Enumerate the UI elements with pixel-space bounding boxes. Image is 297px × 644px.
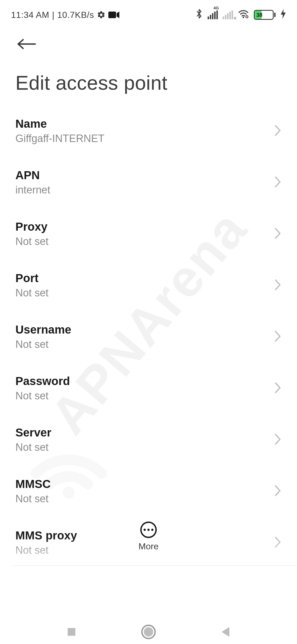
svg-rect-6: [68, 628, 75, 636]
status-speed: 10.7KB/s: [57, 10, 94, 20]
row-apn[interactable]: APN internet: [0, 157, 297, 208]
chevron-right-icon: [274, 227, 282, 241]
bottom-divider: [13, 565, 297, 566]
chevron-right-icon: [274, 330, 282, 343]
row-value: Not set: [15, 287, 48, 299]
row-value: Not set: [15, 441, 51, 453]
chevron-right-icon: [274, 433, 282, 446]
status-bar: 11:34 AM | 10.7KB/s 4G ✕ 38: [0, 0, 297, 25]
row-label: Username: [15, 323, 71, 336]
network-type-label: 4G: [213, 6, 219, 10]
row-value: Not set: [15, 493, 51, 505]
svg-rect-1: [108, 12, 116, 18]
more-button[interactable]: More: [139, 522, 159, 552]
chevron-right-icon: [274, 485, 282, 498]
row-port[interactable]: Port Not set: [0, 260, 297, 311]
wifi-icon: [238, 9, 249, 20]
nav-recent-button[interactable]: [61, 621, 82, 643]
chevron-right-icon: [274, 279, 282, 292]
row-value: Not set: [15, 339, 71, 350]
status-time: 11:34 AM: [11, 10, 49, 20]
svg-point-2: [243, 17, 244, 18]
row-mmsc[interactable]: MMSC Not set: [0, 465, 297, 517]
row-value: internet: [15, 184, 50, 196]
header: [0, 25, 297, 58]
bottom-action-bar: More: [0, 522, 297, 560]
page-title: Edit access point: [0, 58, 297, 102]
row-username[interactable]: Username Not set: [0, 311, 297, 362]
settings-list: Name Giffgaff-INTERNET APN internet Prox…: [0, 102, 297, 571]
status-left: 11:34 AM | 10.7KB/s: [11, 10, 119, 20]
row-value: Not set: [15, 236, 48, 247]
nav-back-button[interactable]: [215, 621, 237, 643]
nav-home-button[interactable]: [138, 621, 160, 643]
row-label: Port: [15, 272, 48, 285]
row-value: Not set: [15, 390, 70, 402]
row-name[interactable]: Name Giffgaff-INTERNET: [0, 105, 297, 157]
back-button[interactable]: [15, 33, 37, 55]
row-label: Password: [15, 375, 70, 388]
row-password[interactable]: Password Not set: [0, 362, 297, 414]
status-separator: |: [52, 10, 54, 20]
row-value: Giffgaff-INTERNET: [15, 133, 105, 144]
row-label: Proxy: [15, 220, 48, 233]
charging-icon: [280, 9, 286, 21]
more-label: More: [139, 541, 159, 552]
status-right: 4G ✕ 38: [196, 9, 286, 21]
gear-icon: [97, 10, 106, 19]
navigation-bar: [0, 610, 297, 644]
signal-sim2-icon: ✕: [223, 10, 233, 19]
bluetooth-icon: [196, 9, 203, 21]
signal-sim1-icon: 4G: [208, 10, 218, 19]
svg-point-8: [144, 627, 153, 637]
battery-icon: 38: [254, 10, 276, 20]
row-label: MMSC: [15, 477, 51, 491]
chevron-right-icon: [274, 176, 282, 189]
chevron-right-icon: [274, 124, 282, 138]
row-proxy[interactable]: Proxy Not set: [0, 208, 297, 260]
chevron-right-icon: [274, 382, 282, 395]
row-server[interactable]: Server Not set: [0, 414, 297, 465]
battery-percent: 38: [256, 12, 262, 18]
row-label: Server: [15, 426, 51, 439]
row-label: Name: [15, 117, 105, 130]
row-label: APN: [15, 169, 50, 182]
more-icon: [140, 522, 157, 538]
video-camera-icon: [108, 11, 119, 19]
